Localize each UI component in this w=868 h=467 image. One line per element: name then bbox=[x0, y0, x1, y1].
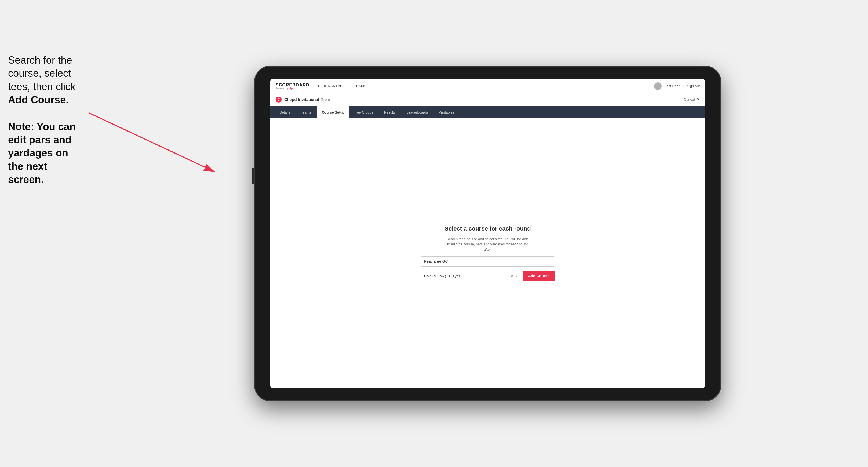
tab-tee-groups[interactable]: Tee Groups bbox=[350, 106, 378, 118]
main-nav: TOURNAMENTS TEAMS bbox=[317, 84, 654, 88]
svg-line-1 bbox=[89, 113, 215, 172]
logo: SCOREBOARD Powered by clippd bbox=[276, 83, 309, 90]
user-label: Test User bbox=[665, 84, 680, 88]
tournament-gender: (Men) bbox=[321, 97, 330, 101]
tab-teams[interactable]: Teams bbox=[296, 106, 316, 118]
add-course-button[interactable]: Add Course bbox=[523, 271, 555, 281]
cancel-button[interactable]: Cancel ✕ bbox=[684, 97, 700, 101]
panel-subtitle: Search for a course and select a tee. Yo… bbox=[445, 237, 531, 252]
annotation-block: Search for the course, select tees, then… bbox=[8, 54, 83, 187]
panel-title: Select a course for each round bbox=[444, 225, 531, 232]
course-setup-panel: Select a course for each round Search fo… bbox=[421, 225, 555, 281]
tab-details[interactable]: Details bbox=[275, 106, 295, 118]
logo-subtitle: Powered by clippd bbox=[276, 87, 309, 90]
nav-right: T Test User | Sign out bbox=[654, 83, 700, 90]
main-content: Select a course for each round Search fo… bbox=[270, 118, 705, 388]
tournament-header: C Clippd Invitational (Men) Cancel ✕ bbox=[270, 93, 705, 106]
annotation-line1: Search for the course, select tees, then… bbox=[8, 55, 75, 92]
tab-leaderboards[interactable]: Leaderboards bbox=[402, 106, 433, 118]
tablet-screen: SCOREBOARD Powered by clippd TOURNAMENTS… bbox=[270, 79, 705, 388]
annotation-bold: Add Course. bbox=[8, 94, 69, 105]
tablet-device: SCOREBOARD Powered by clippd TOURNAMENTS… bbox=[254, 66, 721, 401]
select-clear-icon[interactable]: ✕ bbox=[510, 274, 514, 278]
nav-tournaments[interactable]: TOURNAMENTS bbox=[317, 84, 346, 88]
instruction-arrow bbox=[75, 105, 236, 185]
tournament-icon: C bbox=[276, 97, 282, 102]
tab-printables[interactable]: Printables bbox=[434, 106, 459, 118]
tee-select[interactable]: Gold (M) (M) (7010 yds) bbox=[421, 271, 520, 281]
tee-select-row: Gold (M) (M) (7010 yds) ✕ ⌄ Add Course bbox=[421, 271, 555, 281]
tab-course-setup[interactable]: Course Setup bbox=[317, 106, 349, 118]
annotation-note: Note: You can edit pars and yardages on … bbox=[8, 120, 83, 187]
course-search-input[interactable] bbox=[421, 256, 555, 267]
top-navbar: SCOREBOARD Powered by clippd TOURNAMENTS… bbox=[270, 79, 705, 93]
user-avatar: T bbox=[654, 83, 661, 90]
signout-link[interactable]: Sign out bbox=[687, 84, 700, 88]
tab-results[interactable]: Results bbox=[379, 106, 400, 118]
tee-select-wrapper: Gold (M) (M) (7010 yds) ✕ ⌄ bbox=[421, 271, 520, 281]
tab-navigation: Details Teams Course Setup Tee Groups Re… bbox=[270, 106, 705, 118]
tournament-name: Clippd Invitational bbox=[284, 97, 319, 102]
nav-separator: | bbox=[683, 84, 684, 88]
nav-teams[interactable]: TEAMS bbox=[354, 84, 366, 88]
